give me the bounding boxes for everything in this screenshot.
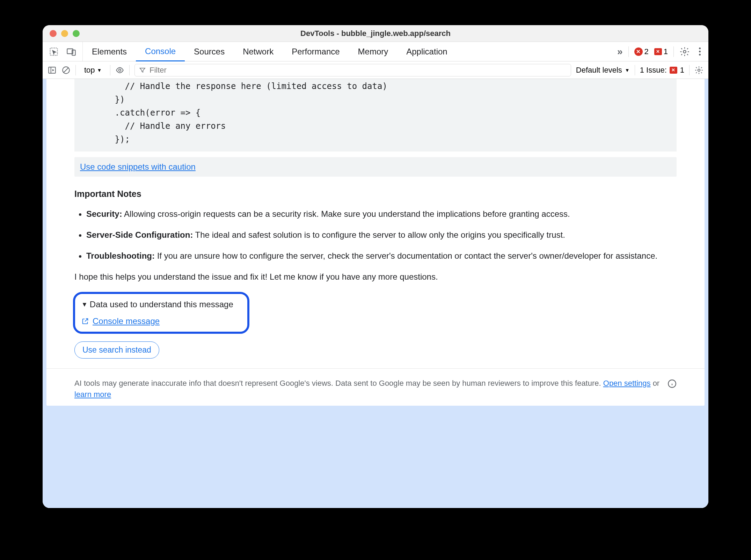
open-external-icon (81, 317, 89, 325)
divider (110, 65, 110, 75)
explanation-prose: Important Notes Security: Allowing cross… (46, 187, 705, 283)
window-title: DevTools - bubble_jingle.web.app/search (43, 29, 708, 38)
list-item: Troubleshooting: If you are unsure how t… (86, 249, 677, 263)
divider (628, 46, 629, 57)
devtools-window: DevTools - bubble_jingle.web.app/search … (43, 25, 708, 508)
divider (129, 65, 130, 75)
data-used-link-row: Console message (81, 316, 233, 326)
clear-console-icon[interactable] (61, 66, 71, 75)
ai-disclaimer: AI tools may generate inaccurate info th… (46, 368, 705, 404)
console-content[interactable]: // Handle the response here (limited acc… (43, 79, 708, 508)
console-toolbar: top ▼ Default levels ▼ 1 Issue: ✕ 1 (43, 61, 708, 79)
filter-input-wrap (134, 64, 571, 76)
issues-indicator[interactable]: 1 Issue: ✕ 1 (640, 66, 684, 75)
list-item: Server-Side Configuration: The ideal and… (86, 228, 677, 242)
data-used-toggle[interactable]: ▼ Data used to understand this message (81, 300, 233, 309)
svg-point-9 (698, 69, 700, 71)
settings-gear-icon[interactable] (679, 46, 690, 57)
divider (689, 65, 690, 75)
tab-performance[interactable]: Performance (283, 42, 349, 61)
insight-sheet: // Handle the response here (limited acc… (46, 79, 705, 406)
error-icon: ✕ (634, 47, 643, 56)
divider (635, 65, 635, 75)
context-selector[interactable]: top ▼ (81, 66, 105, 75)
list-item: Security: Allowing cross-origin requests… (86, 207, 677, 221)
context-label: top (84, 66, 95, 75)
errors-count: 2 (644, 47, 649, 56)
caution-box: Use code snippets with caution (74, 157, 677, 177)
issue-icon: ✕ (670, 67, 677, 74)
tab-elements[interactable]: Elements (83, 42, 136, 61)
log-levels-selector[interactable]: Default levels ▼ (576, 66, 630, 75)
notes-list: Security: Allowing cross-origin requests… (74, 207, 677, 263)
disclaimer-text: AI tools may generate inaccurate info th… (74, 379, 603, 388)
traffic-lights (43, 30, 80, 37)
issue-label: 1 Issue: (640, 66, 667, 75)
caret-down-icon: ▼ (97, 67, 102, 73)
console-settings-gear-icon[interactable] (694, 66, 703, 75)
note-bold: Security: (86, 209, 122, 219)
tab-application[interactable]: Application (397, 42, 456, 61)
sidebar-toggle-icon[interactable] (48, 66, 57, 75)
open-settings-link[interactable]: Open settings (603, 379, 651, 388)
use-search-instead-button[interactable]: Use search instead (74, 341, 159, 359)
live-expression-icon[interactable] (115, 66, 124, 75)
minimize-window-button[interactable] (61, 30, 68, 37)
disclaimer-mid: or (651, 379, 660, 388)
panel-tabs: Elements Console Sources Network Perform… (83, 42, 457, 61)
note-text: The ideal and safest solution is to conf… (193, 230, 565, 240)
caution-link[interactable]: Use code snippets with caution (80, 162, 196, 171)
titlebar: DevTools - bubble_jingle.web.app/search (43, 25, 708, 42)
chip-row: Use search instead (74, 341, 705, 359)
tabbar-right-controls: » ✕ 2 ✕ 1 (617, 42, 708, 61)
tabbar: Elements Console Sources Network Perform… (43, 42, 708, 61)
close-window-button[interactable] (50, 30, 57, 37)
notes-heading: Important Notes (74, 187, 677, 200)
info-icon[interactable] (668, 379, 677, 388)
inspect-icon[interactable] (49, 47, 59, 57)
note-bold: Server-Side Configuration: (86, 230, 193, 240)
tab-console[interactable]: Console (136, 42, 185, 61)
closing-line: I hope this helps you understand the iss… (74, 270, 677, 283)
tabbar-left-controls (43, 42, 83, 61)
issues-badge[interactable]: ✕ 1 (654, 47, 668, 56)
levels-label: Default levels (576, 66, 622, 75)
filter-funnel-icon (139, 67, 146, 74)
errors-badge[interactable]: ✕ 2 (634, 47, 649, 56)
device-toolbar-icon[interactable] (66, 47, 76, 57)
divider (673, 46, 674, 57)
tab-network[interactable]: Network (234, 42, 283, 61)
console-message-link[interactable]: Console message (93, 316, 160, 326)
divider (75, 65, 76, 75)
note-text: If you are unsure how to configure the s… (155, 251, 657, 260)
disclosure-triangle-icon: ▼ (81, 301, 88, 308)
issue-count: 1 (680, 66, 684, 75)
issue-icon: ✕ (654, 48, 662, 55)
svg-rect-4 (49, 67, 56, 73)
ai-disclaimer-text: AI tools may generate inaccurate info th… (74, 378, 661, 400)
tab-memory[interactable]: Memory (349, 42, 398, 61)
svg-point-8 (119, 69, 121, 71)
learn-more-link[interactable]: learn more (74, 390, 111, 399)
note-text: Allowing cross-origin requests can be a … (122, 209, 570, 219)
data-used-callout: ▼ Data used to understand this message C… (73, 292, 249, 334)
svg-line-7 (64, 68, 68, 72)
caret-down-icon: ▼ (625, 67, 630, 73)
data-used-summary: Data used to understand this message (90, 300, 233, 309)
zoom-window-button[interactable] (73, 30, 80, 37)
code-block: // Handle the response here (limited acc… (74, 79, 677, 152)
more-menu-icon[interactable] (695, 47, 704, 56)
tab-sources[interactable]: Sources (185, 42, 234, 61)
issues-count: 1 (664, 47, 668, 56)
filter-input[interactable] (150, 66, 567, 75)
note-bold: Troubleshooting: (86, 251, 155, 260)
svg-point-3 (683, 50, 686, 53)
more-tabs-icon[interactable]: » (617, 46, 623, 57)
